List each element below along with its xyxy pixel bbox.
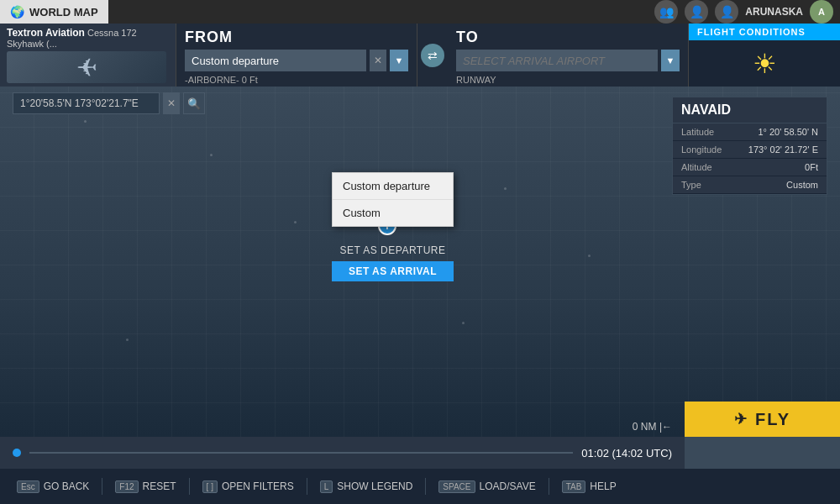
fly-plane-icon: ✈ xyxy=(734,410,748,428)
distance-value: 0 NM xyxy=(633,421,657,433)
username-display: ARUNASKA xyxy=(745,6,803,18)
top-right-icons: 👥 👤 👤 ARUNASKA A xyxy=(654,0,840,24)
to-section: TO ▼ RUNWAY xyxy=(448,24,689,87)
context-item-custom[interactable]: Custom xyxy=(333,200,453,226)
toolbar-divider-5 xyxy=(549,478,549,495)
from-clear-button[interactable]: ✕ xyxy=(370,50,386,71)
timeline-line[interactable] xyxy=(29,452,573,454)
set-arrival-button[interactable]: SET AS ARRIVAL xyxy=(332,261,454,281)
aircraft-name: Textron Aviation Cessna 172 Skyhawk (... xyxy=(7,27,169,49)
navaid-longitude-value: 173° 02' 21.72' E xyxy=(748,144,818,155)
coord-search-button[interactable]: 🔍 xyxy=(183,92,205,114)
flight-bar: Textron Aviation Cessna 172 Skyhawk (...… xyxy=(0,24,840,87)
fly-label: FLY xyxy=(755,410,790,429)
timeline-dot xyxy=(13,449,21,457)
group-icon[interactable]: 👥 xyxy=(654,0,678,24)
legend-key-badge: L xyxy=(320,480,333,493)
navaid-altitude-label: Altitude xyxy=(681,162,712,172)
time-display: 01:02 (14:02 UTC) xyxy=(581,447,672,459)
show-legend-button[interactable]: L SHOW LEGEND xyxy=(312,475,422,498)
navaid-panel: NAVAID Latitude 1° 20' 58.50' N Longitud… xyxy=(672,97,827,195)
flight-conditions-body[interactable]: ☀ xyxy=(689,40,840,87)
navaid-longitude-row: Longitude 173° 02' 21.72' E xyxy=(673,141,827,159)
navaid-latitude-value: 1° 20' 58.50' N xyxy=(758,127,818,137)
set-departure-button[interactable]: SET AS DEPARTURE xyxy=(332,241,454,260)
f12-key-badge: F12 xyxy=(115,480,138,493)
reset-label: RESET xyxy=(143,480,176,492)
timeline-bar: 01:02 (14:02 UTC) xyxy=(0,437,685,469)
go-back-button[interactable]: Esc GO BACK xyxy=(8,475,97,498)
world-map-label: WORLD MAP xyxy=(29,6,98,18)
user-icon[interactable]: 👤 xyxy=(685,0,708,24)
globe-icon: 🌍 xyxy=(10,5,24,18)
fly-button[interactable]: ✈ FLY xyxy=(685,402,840,437)
coord-clear-button[interactable]: ✕ xyxy=(163,92,180,114)
esc-key-badge: Esc xyxy=(17,480,39,493)
context-item-custom-departure[interactable]: Custom departure xyxy=(333,173,453,200)
loadsave-key-badge: SPACE xyxy=(438,480,475,493)
to-input[interactable] xyxy=(456,50,658,71)
show-legend-label: SHOW LEGEND xyxy=(337,480,412,492)
distance-arrow: |← xyxy=(659,421,672,433)
to-input-row: ▼ xyxy=(456,50,680,71)
user-profile-icon[interactable]: 👤 xyxy=(715,0,738,24)
from-subtitle: -AIRBORNE- 0 Ft xyxy=(185,75,408,85)
flight-conditions-header: FLIGHT CONDITIONS xyxy=(689,24,840,40)
search-bar: ✕ 🔍 xyxy=(13,92,205,114)
world-map-tab[interactable]: 🌍 WORLD MAP xyxy=(0,0,108,24)
coord-input[interactable] xyxy=(13,92,160,114)
toolbar-divider-1 xyxy=(102,478,102,495)
to-dropdown-button[interactable]: ▼ xyxy=(661,50,680,71)
aircraft-brand: Textron Aviation xyxy=(7,27,85,39)
aircraft-image[interactable] xyxy=(7,51,166,83)
navaid-type-label: Type xyxy=(681,180,701,190)
from-section: FROM ✕ ▼ -AIRBORNE- 0 Ft xyxy=(176,24,417,87)
navaid-title: NAVAID xyxy=(673,97,827,123)
filters-key-badge: [ ] xyxy=(202,480,218,493)
from-dropdown-button[interactable]: ▼ xyxy=(390,50,408,71)
reset-button[interactable]: F12 RESET xyxy=(107,475,184,498)
swap-icon[interactable]: ⇄ xyxy=(421,44,444,67)
flight-conditions-panel: FLIGHT CONDITIONS ☀ xyxy=(689,24,840,87)
navaid-type-row: Type Custom xyxy=(673,176,827,194)
top-bar: 🌍 WORLD MAP 👥 👤 👤 ARUNASKA A xyxy=(0,0,840,24)
sun-icon: ☀ xyxy=(753,48,777,80)
avatar[interactable]: A xyxy=(810,0,833,24)
aircraft-panel: Textron Aviation Cessna 172 Skyhawk (... xyxy=(0,24,176,87)
from-input-row: ✕ ▼ xyxy=(185,50,408,71)
to-subtitle: RUNWAY xyxy=(456,75,680,85)
load-save-button[interactable]: SPACE LOAD/SAVE xyxy=(430,475,543,498)
help-label: HELP xyxy=(590,480,616,492)
action-buttons: SET AS DEPARTURE SET AS ARRIVAL xyxy=(332,241,454,281)
navaid-longitude-label: Longitude xyxy=(681,144,722,155)
toolbar-divider-2 xyxy=(189,478,190,495)
context-menu: Custom departure Custom xyxy=(332,172,454,227)
go-back-label: GO BACK xyxy=(44,480,90,492)
toolbar-divider-4 xyxy=(425,478,426,495)
navaid-latitude-row: Latitude 1° 20' 58.50' N xyxy=(673,123,827,141)
swap-button-area: ⇄ xyxy=(417,24,448,87)
distance-indicator: 0 NM |← xyxy=(633,421,672,433)
navaid-type-value: Custom xyxy=(786,180,818,190)
navaid-altitude-value: 0Ft xyxy=(805,162,818,172)
from-label: FROM xyxy=(185,29,408,46)
bottom-toolbar: Esc GO BACK F12 RESET [ ] OPEN FILTERS L… xyxy=(0,469,840,504)
navaid-latitude-label: Latitude xyxy=(681,127,714,137)
toolbar-divider-3 xyxy=(307,478,307,495)
navaid-altitude-row: Altitude 0Ft xyxy=(673,159,827,176)
from-input[interactable] xyxy=(185,50,366,71)
open-filters-button[interactable]: [ ] OPEN FILTERS xyxy=(194,475,302,498)
help-button[interactable]: TAB HELP xyxy=(554,475,625,498)
load-save-label: LOAD/SAVE xyxy=(480,480,536,492)
help-key-badge: TAB xyxy=(562,480,586,493)
to-label: TO xyxy=(456,29,680,46)
open-filters-label: OPEN FILTERS xyxy=(222,480,294,492)
